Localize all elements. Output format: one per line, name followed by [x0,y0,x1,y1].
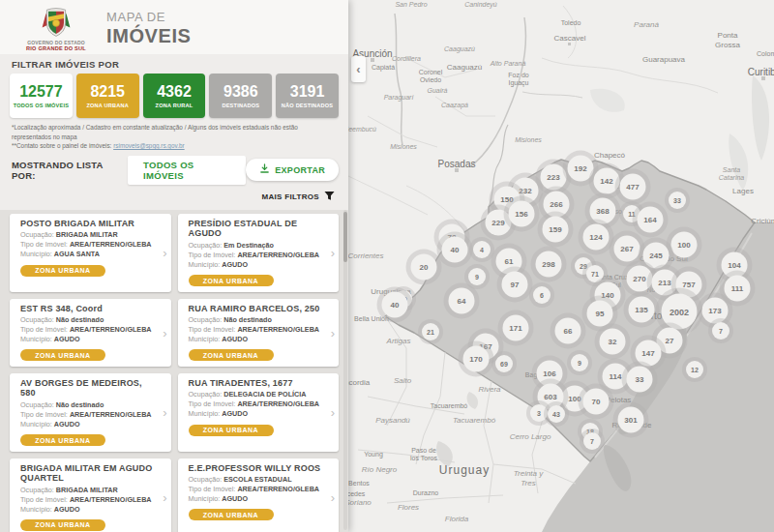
property-card[interactable]: AV BORGES DE MEDEIROS, 580 Ocupação: Não… [10,373,171,452]
card-occupation: Ocupação: BRIGADA MILITAR [20,230,157,240]
zone-badge: ZONA URBANA [189,509,274,520]
map-cluster-marker[interactable]: 173 [702,298,729,324]
map-cluster-marker[interactable]: 301 [618,407,644,433]
property-card[interactable]: BRIGADA MILITAR EM AGUDO QUARTEL Ocupaçã… [10,458,171,532]
map-cluster-marker[interactable]: 213 [652,270,678,296]
list-toolbar: MOSTRANDO LISTA POR: TODOS OS IMÓVEIS EX… [0,151,348,185]
map-cluster-marker[interactable]: 43 [548,405,565,423]
list-scrollbar[interactable] [343,210,347,530]
map-cluster-marker[interactable]: 298 [536,251,562,278]
map-cluster-marker[interactable]: 32 [600,329,626,355]
map-cluster-marker[interactable]: 171 [503,315,529,341]
map-cluster-marker[interactable]: 245 [643,243,670,269]
footnotes: *Localização aproximada / Cadastro em co… [0,118,348,151]
map-cluster-marker[interactable]: 147 [636,340,662,367]
filter-stat[interactable]: 4362 ZONA RURAL [143,74,206,118]
map-cluster-marker[interactable]: 7 [712,322,729,340]
card-municipality: Município: AGUDO [189,260,325,270]
stat-value: 12577 [19,84,63,100]
filter-stat[interactable]: 8215 ZONA URBANA [76,74,139,118]
map-cluster-marker[interactable]: 61 [496,249,522,275]
card-property-type: Tipo de Imóvel: AREA/TERRENO/GLEBA [189,325,325,335]
map-cluster-marker[interactable]: 124 [583,224,610,251]
card-municipality: Município: AGUDO [189,335,325,344]
map-cluster-marker[interactable]: 170 [463,346,490,372]
map-cluster-marker[interactable]: 3 [530,404,548,422]
map-cluster-marker[interactable]: 267 [614,236,640,262]
map-cluster-marker[interactable]: 69 [495,355,513,372]
map-cluster-marker[interactable]: 477 [620,174,646,200]
map-cluster-marker[interactable]: 270 [627,266,653,292]
map-cluster-marker[interactable]: 368 [590,198,616,224]
map-cluster-marker[interactable]: 12 [686,361,703,378]
map-cluster-marker[interactable]: 2002 [662,294,698,330]
map-cluster-marker[interactable]: 21 [422,323,439,340]
map-cluster-marker[interactable]: 64 [449,288,475,314]
map-cluster-marker[interactable]: 9 [468,268,486,285]
map-canvas[interactable]: San PedroCanindeyúAsunciónCapiatáCordill… [348,0,774,532]
map-cluster-marker[interactable]: 164 [638,207,664,233]
property-card[interactable]: EST RS 348, Coord Ocupação: Não destinad… [10,299,171,367]
map-cluster-marker[interactable]: 7 [583,432,601,450]
card-occupation: Ocupação: ESCOLA ESTADUAL [189,475,325,485]
map-cluster-marker[interactable]: 70 [583,389,610,415]
map-cluster-marker[interactable]: 95 [587,301,613,327]
map-cluster-marker[interactable]: 20 [411,254,437,281]
map-cluster-marker[interactable]: 40 [442,237,468,263]
map-cluster-marker[interactable]: 71 [586,265,604,282]
property-card[interactable]: RUA RAMIRO BARCELOS, 250 Ocupação: Não d… [178,299,340,367]
app-root: GOVERNO DO ESTADO RIO GRANDE DO SUL MAPA… [0,0,774,532]
property-card[interactable]: RUA TIRADENTES, 1677 Ocupação: DELEGACIA… [178,373,340,452]
more-filters-button[interactable]: MAIS FILTROS [0,185,348,208]
card-title: POSTO BRIGADA MILITAR [20,219,157,229]
collapse-panel-button[interactable] [351,56,366,82]
stat-label: NÃO DESTINADOS [282,103,333,108]
map-cluster-marker[interactable]: 104 [722,252,748,279]
card-property-type: Tipo de Imóvel: AREA/TERRENO/GLEBA [20,410,157,420]
map-cluster-marker[interactable]: 156 [509,201,535,227]
map-cluster-marker[interactable]: 142 [594,168,620,194]
property-list: POSTO BRIGADA MILITAR Ocupação: BRIGADA … [0,210,348,532]
map-cluster-marker[interactable]: 192 [568,156,594,182]
export-button[interactable]: EXPORTAR [246,159,339,181]
map-cluster-marker[interactable]: 40 [382,292,408,318]
card-property-type: Tipo de Imóvel: AREA/TERRENO/GLEBA [20,240,157,250]
map-cluster-marker[interactable]: 229 [486,210,512,236]
map-cluster-marker[interactable]: 33 [627,367,653,393]
map-cluster-marker[interactable]: 33 [669,192,686,209]
map-cluster-marker[interactable]: 159 [543,217,569,243]
card-municipality: Município: AGUDO [20,335,157,344]
stat-label: ZONA RURAL [156,103,194,108]
property-card[interactable]: PRESÍDIO ESTADUAL DE AGUDO Ocupação: Em … [178,214,340,292]
map-cluster-marker[interactable]: 266 [544,192,570,218]
map-cluster-marker[interactable]: 4 [473,241,491,258]
property-card[interactable]: E.E.PROFESSOR WILLY ROOS Ocupação: ESCOL… [178,458,340,532]
footnote-1: *Localização aproximada / Cadastro em co… [12,123,337,141]
map-cluster-marker[interactable]: 114 [603,364,629,390]
map-cluster-marker[interactable]: 223 [541,164,567,191]
filter-stat[interactable]: 3191 NÃO DESTINADOS [276,74,339,118]
card-title: PRESÍDIO ESTADUAL DE AGUDO [189,219,325,239]
filter-stat[interactable]: 9386 DESTINADOS [209,74,272,118]
contact-email-link[interactable]: rsimoveis@spgg.rs.gov.br [113,142,185,149]
panel-header: GOVERNO DO ESTADO RIO GRANDE DO SUL MAPA… [0,0,348,54]
map-cluster-marker[interactable]: 135 [629,297,655,323]
map-cluster-marker[interactable]: 111 [725,276,751,302]
map-cluster-marker[interactable]: 100 [671,232,698,258]
map-cluster-marker[interactable]: 9 [571,354,588,371]
map-cluster-marker[interactable]: 97 [502,272,528,298]
chevron-right-icon [163,491,166,504]
property-card[interactable]: POSTO BRIGADA MILITAR Ocupação: BRIGADA … [10,214,171,292]
stat-value: 9386 [223,84,258,100]
card-title: E.E.PROFESSOR WILLY ROOS [189,463,325,474]
map-cluster-marker[interactable]: 106 [537,361,563,387]
chevron-right-icon [331,491,335,504]
zone-badge: ZONA URBANA [20,265,105,277]
map-cluster-marker[interactable]: 6 [533,286,551,304]
scrollbar-thumb[interactable] [343,212,347,262]
download-icon [259,163,270,176]
map-cluster-marker[interactable]: 66 [555,318,581,344]
list-filter-value[interactable]: TODOS OS IMÓVEIS [128,156,246,185]
filter-stat[interactable]: 12577 TODOS OS IMÓVEIS [10,74,73,118]
filters-section: FILTRAR IMÓVEIS POR 12577 TODOS OS IMÓVE… [0,54,348,210]
